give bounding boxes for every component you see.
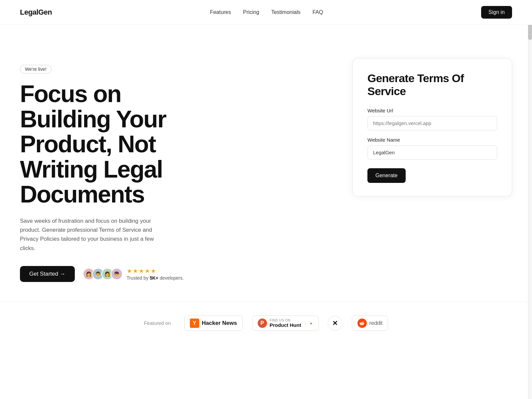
name-form-group: Website Name [367,137,497,160]
avatar: 👦 [111,268,123,280]
featured-section: Featured on Y Hacker News P FIND US ON P… [0,302,532,344]
signin-button[interactable]: Sign in [481,6,512,19]
trust-row: 👩 👨 👩 👦 ★ ★ ★ [83,267,184,281]
nav-item-features[interactable]: Features [210,9,231,15]
product-hunt-votes: ▲ [305,321,313,325]
generate-button[interactable]: Generate [367,168,406,183]
product-hunt-text-group: FIND US ON Product Hunt [270,319,301,328]
trust-info: ★ ★ ★ ★ ★ Trusted by 5K+ developers. [127,267,184,281]
twitter-x-badge[interactable]: ✕ [328,316,342,331]
reddit-icon [357,319,367,328]
star-4: ★ [145,267,150,275]
scrollbar-track[interactable] [528,0,532,399]
hacker-news-label: Hacker News [202,320,237,327]
trust-count: 5K+ [150,275,158,281]
hero-description: Save weeks of frustration and focus on b… [20,216,160,253]
hero-cta-row: Get Started → 👩 👨 👩 👦 [20,266,193,282]
trust-text: Trusted by 5K+ developers. [127,275,184,281]
nav-link-faq[interactable]: FAQ [313,9,323,15]
nav-link-pricing[interactable]: Pricing [243,9,259,15]
product-hunt-badge[interactable]: P FIND US ON Product Hunt ▲ [252,316,319,331]
svg-point-1 [361,323,362,324]
reddit-badge[interactable]: reddit [352,316,388,331]
upvote-arrow-icon: ▲ [310,321,313,325]
navbar: LegalGen Features Pricing Testimonials F… [0,0,532,25]
hero-form-card: Generate Terms Of Service Website Url We… [352,58,512,197]
nav-link-features[interactable]: Features [210,9,231,15]
product-hunt-find-us: FIND US ON [270,319,301,322]
featured-label: Featured on [144,320,171,326]
live-badge: We're live! [20,65,52,73]
website-name-input[interactable] [367,145,497,160]
star-2: ★ [133,267,138,275]
star-5: ★ [151,267,156,275]
reddit-label: reddit [369,320,383,327]
hacker-news-badge[interactable]: Y Hacker News [184,316,243,331]
nav-item-pricing[interactable]: Pricing [243,9,259,15]
name-label: Website Name [367,137,497,143]
form-title: Generate Terms Of Service [367,72,497,98]
twitter-x-icon: ✕ [332,319,338,327]
brand-logo[interactable]: LegalGen [20,8,52,17]
nav-item-faq[interactable]: FAQ [313,9,323,15]
hero-title: Focus on Building Your Product, Not Writ… [20,81,193,207]
hacker-news-icon: Y [190,319,199,328]
avatar-group: 👩 👨 👩 👦 [83,268,123,280]
nav-item-testimonials[interactable]: Testimonials [271,9,301,15]
website-url-input[interactable] [367,116,497,130]
star-rating: ★ ★ ★ ★ ★ [127,267,184,275]
url-label: Website Url [367,108,497,113]
nav-link-testimonials[interactable]: Testimonials [271,9,301,15]
featured-logos: Y Hacker News P FIND US ON Product Hunt … [184,316,388,331]
nav-links: Features Pricing Testimonials FAQ [210,9,323,15]
hero-left: We're live! Focus on Building Your Produ… [20,52,193,282]
get-started-button[interactable]: Get Started → [20,266,75,282]
star-1: ★ [127,267,132,275]
url-form-group: Website Url [367,108,497,130]
product-hunt-icon: P [258,319,267,328]
star-3: ★ [139,267,144,275]
svg-point-2 [362,323,363,324]
product-hunt-name: Product Hunt [270,322,301,328]
hero-section: We're live! Focus on Building Your Produ… [0,25,532,302]
